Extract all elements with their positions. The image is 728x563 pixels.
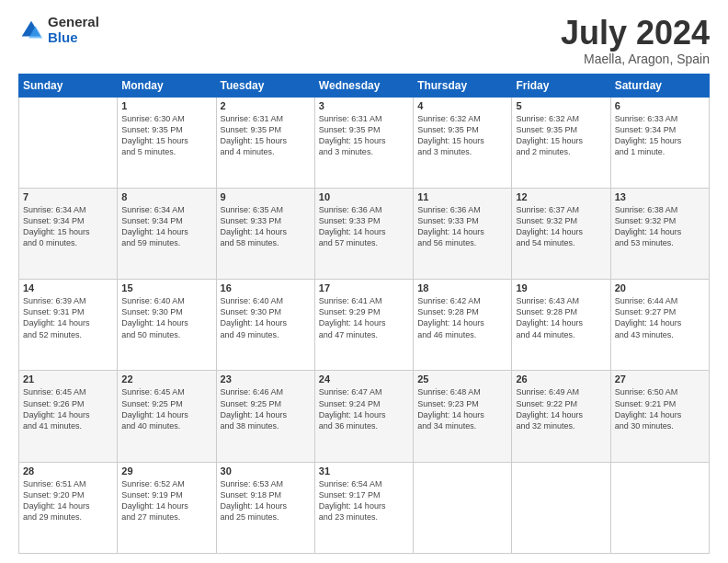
calendar-cell: 10Sunrise: 6:36 AM Sunset: 9:33 PM Dayli… — [314, 188, 413, 279]
calendar-week-1: 1Sunrise: 6:30 AM Sunset: 9:35 PM Daylig… — [19, 97, 710, 188]
day-info: Sunrise: 6:35 AM Sunset: 9:33 PM Dayligh… — [221, 204, 311, 249]
calendar-cell: 14Sunrise: 6:39 AM Sunset: 9:31 PM Dayli… — [19, 280, 118, 371]
day-number: 24 — [319, 373, 409, 385]
day-number: 28 — [23, 465, 113, 477]
calendar-cell: 1Sunrise: 6:30 AM Sunset: 9:35 PM Daylig… — [118, 97, 216, 188]
day-info: Sunrise: 6:34 AM Sunset: 9:34 PM Dayligh… — [121, 204, 211, 249]
header: General Blue July 2024 Maella, Aragon, S… — [18, 15, 710, 66]
day-info: Sunrise: 6:44 AM Sunset: 9:27 PM Dayligh… — [615, 295, 705, 340]
day-info: Sunrise: 6:43 AM Sunset: 9:28 PM Dayligh… — [516, 295, 606, 340]
day-number: 15 — [121, 282, 211, 293]
day-number: 18 — [417, 282, 507, 293]
day-info: Sunrise: 6:49 AM Sunset: 9:22 PM Dayligh… — [516, 386, 606, 431]
calendar-cell: 24Sunrise: 6:47 AM Sunset: 9:24 PM Dayli… — [314, 371, 413, 462]
day-info: Sunrise: 6:51 AM Sunset: 9:20 PM Dayligh… — [23, 478, 113, 523]
day-number: 23 — [221, 373, 311, 385]
day-info: Sunrise: 6:54 AM Sunset: 9:17 PM Dayligh… — [319, 478, 409, 523]
calendar-header-sunday: Sunday — [19, 74, 118, 97]
calendar-cell: 8Sunrise: 6:34 AM Sunset: 9:34 PM Daylig… — [118, 188, 216, 279]
calendar-header-friday: Friday — [512, 74, 610, 97]
day-number: 9 — [221, 191, 311, 202]
day-info: Sunrise: 6:42 AM Sunset: 9:28 PM Dayligh… — [417, 295, 507, 340]
day-number: 27 — [615, 373, 705, 385]
day-number: 3 — [319, 100, 409, 111]
day-info: Sunrise: 6:47 AM Sunset: 9:24 PM Dayligh… — [319, 386, 409, 431]
day-info: Sunrise: 6:46 AM Sunset: 9:25 PM Dayligh… — [221, 386, 311, 431]
calendar-cell: 23Sunrise: 6:46 AM Sunset: 9:25 PM Dayli… — [216, 371, 314, 462]
day-number: 8 — [121, 191, 211, 202]
day-info: Sunrise: 6:34 AM Sunset: 9:34 PM Dayligh… — [23, 204, 113, 249]
day-number: 20 — [615, 282, 705, 293]
day-info: Sunrise: 6:36 AM Sunset: 9:33 PM Dayligh… — [417, 204, 507, 249]
logo-blue: Blue — [48, 30, 99, 46]
day-info: Sunrise: 6:31 AM Sunset: 9:35 PM Dayligh… — [319, 113, 409, 158]
calendar-cell: 26Sunrise: 6:49 AM Sunset: 9:22 PM Dayli… — [512, 371, 610, 462]
calendar-cell: 16Sunrise: 6:40 AM Sunset: 9:30 PM Dayli… — [216, 280, 314, 371]
day-info: Sunrise: 6:52 AM Sunset: 9:19 PM Dayligh… — [121, 478, 211, 523]
day-number: 2 — [221, 100, 311, 111]
day-number: 21 — [23, 373, 113, 385]
calendar-cell: 6Sunrise: 6:33 AM Sunset: 9:34 PM Daylig… — [610, 97, 709, 188]
day-number: 19 — [516, 282, 606, 293]
day-info: Sunrise: 6:39 AM Sunset: 9:31 PM Dayligh… — [23, 295, 113, 340]
day-number: 12 — [516, 191, 606, 202]
calendar-cell: 17Sunrise: 6:41 AM Sunset: 9:29 PM Dayli… — [314, 280, 413, 371]
day-info: Sunrise: 6:32 AM Sunset: 9:35 PM Dayligh… — [417, 113, 507, 158]
day-info: Sunrise: 6:45 AM Sunset: 9:25 PM Dayligh… — [121, 386, 211, 431]
logo-general: General — [48, 15, 99, 30]
calendar-week-3: 14Sunrise: 6:39 AM Sunset: 9:31 PM Dayli… — [19, 280, 710, 371]
calendar-cell: 4Sunrise: 6:32 AM Sunset: 9:35 PM Daylig… — [414, 97, 512, 188]
calendar-cell: 31Sunrise: 6:54 AM Sunset: 9:17 PM Dayli… — [314, 462, 413, 553]
day-info: Sunrise: 6:48 AM Sunset: 9:23 PM Dayligh… — [417, 386, 507, 431]
calendar-cell — [414, 462, 512, 553]
calendar-cell — [512, 462, 610, 553]
calendar-cell — [19, 97, 118, 188]
day-number: 11 — [417, 191, 507, 202]
calendar-cell: 29Sunrise: 6:52 AM Sunset: 9:19 PM Dayli… — [118, 462, 216, 553]
day-info: Sunrise: 6:32 AM Sunset: 9:35 PM Dayligh… — [516, 113, 606, 158]
logo-text: General Blue — [48, 15, 99, 45]
calendar-cell: 19Sunrise: 6:43 AM Sunset: 9:28 PM Dayli… — [512, 280, 610, 371]
day-number: 7 — [23, 191, 113, 202]
subtitle: Maella, Aragon, Spain — [561, 52, 710, 66]
day-info: Sunrise: 6:30 AM Sunset: 9:35 PM Dayligh… — [121, 113, 211, 158]
calendar-cell: 15Sunrise: 6:40 AM Sunset: 9:30 PM Dayli… — [118, 280, 216, 371]
calendar-cell: 7Sunrise: 6:34 AM Sunset: 9:34 PM Daylig… — [19, 188, 118, 279]
day-number: 13 — [615, 191, 705, 202]
calendar-cell — [610, 462, 709, 553]
calendar-cell: 2Sunrise: 6:31 AM Sunset: 9:35 PM Daylig… — [216, 97, 314, 188]
day-number: 29 — [121, 465, 211, 477]
day-number: 30 — [221, 465, 311, 477]
day-number: 5 — [516, 100, 606, 111]
day-number: 1 — [121, 100, 211, 111]
logo-icon — [18, 17, 44, 43]
calendar-week-2: 7Sunrise: 6:34 AM Sunset: 9:34 PM Daylig… — [19, 188, 710, 279]
day-info: Sunrise: 6:38 AM Sunset: 9:32 PM Dayligh… — [615, 204, 705, 249]
day-info: Sunrise: 6:33 AM Sunset: 9:34 PM Dayligh… — [615, 113, 705, 158]
calendar-cell: 11Sunrise: 6:36 AM Sunset: 9:33 PM Dayli… — [414, 188, 512, 279]
day-number: 4 — [417, 100, 507, 111]
calendar-header-wednesday: Wednesday — [314, 74, 413, 97]
main-title: July 2024 — [561, 15, 710, 52]
calendar-cell: 28Sunrise: 6:51 AM Sunset: 9:20 PM Dayli… — [19, 462, 118, 553]
calendar-cell: 30Sunrise: 6:53 AM Sunset: 9:18 PM Dayli… — [216, 462, 314, 553]
calendar-cell: 20Sunrise: 6:44 AM Sunset: 9:27 PM Dayli… — [610, 280, 709, 371]
calendar-week-5: 28Sunrise: 6:51 AM Sunset: 9:20 PM Dayli… — [19, 462, 710, 553]
calendar-cell: 5Sunrise: 6:32 AM Sunset: 9:35 PM Daylig… — [512, 97, 610, 188]
calendar-header-monday: Monday — [118, 74, 216, 97]
day-number: 26 — [516, 373, 606, 385]
calendar-cell: 12Sunrise: 6:37 AM Sunset: 9:32 PM Dayli… — [512, 188, 610, 279]
calendar-header-thursday: Thursday — [414, 74, 512, 97]
calendar-cell: 9Sunrise: 6:35 AM Sunset: 9:33 PM Daylig… — [216, 188, 314, 279]
calendar-cell: 18Sunrise: 6:42 AM Sunset: 9:28 PM Dayli… — [414, 280, 512, 371]
calendar-cell: 21Sunrise: 6:45 AM Sunset: 9:26 PM Dayli… — [19, 371, 118, 462]
day-number: 14 — [23, 282, 113, 293]
title-block: July 2024 Maella, Aragon, Spain — [561, 15, 710, 66]
day-number: 25 — [417, 373, 507, 385]
calendar-week-4: 21Sunrise: 6:45 AM Sunset: 9:26 PM Dayli… — [19, 371, 710, 462]
header-row: SundayMondayTuesdayWednesdayThursdayFrid… — [19, 74, 710, 97]
calendar-cell: 13Sunrise: 6:38 AM Sunset: 9:32 PM Dayli… — [610, 188, 709, 279]
day-info: Sunrise: 6:50 AM Sunset: 9:21 PM Dayligh… — [615, 386, 705, 431]
calendar-cell: 25Sunrise: 6:48 AM Sunset: 9:23 PM Dayli… — [414, 371, 512, 462]
day-info: Sunrise: 6:37 AM Sunset: 9:32 PM Dayligh… — [516, 204, 606, 249]
